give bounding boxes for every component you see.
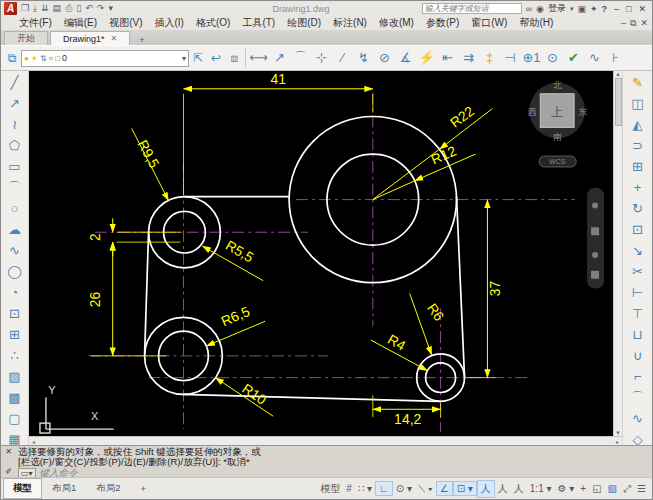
annotation-scale-icon[interactable]: 人 [511,481,527,497]
drawing-canvas[interactable]: 41 R9,5 R22 R12 R5,5 2 26 R6,5 37 R6 R4 … [29,71,613,436]
qat-menu-icon[interactable]: ▾ [107,3,114,14]
dim-angular-icon[interactable]: ∡ [395,47,416,69]
app-logo[interactable]: A [4,2,17,15]
create-block-icon[interactable]: ⊞ [3,324,27,345]
dim-radius-icon[interactable]: ∕ [332,47,353,69]
tab-layout1[interactable]: 布局1 [42,478,86,499]
save-icon[interactable]: ⤓ [32,3,38,14]
menu-item[interactable]: 视图(V) [103,16,148,30]
new-sheet-icon[interactable]: ▤ [52,3,63,14]
point-tool-icon[interactable]: ∴ [3,345,27,366]
menu-item[interactable]: 格式(O) [190,16,236,30]
layer-thaw-icon[interactable]: ☀ [31,54,38,63]
ellipse-arc-tool-icon[interactable]: ◔ [3,282,27,303]
app-store-icon[interactable]: ▣ [577,4,586,14]
scale-tool-icon[interactable]: ⊡ [626,219,650,240]
maximize-button[interactable]: □ [623,4,634,14]
fillet-tool-icon[interactable]: ⌒ [626,387,650,408]
menu-item[interactable]: 修改(M) [373,16,420,30]
line-tool-icon[interactable]: ╱ [3,72,27,93]
dim-jogged-icon[interactable]: ↯ [353,47,374,69]
break-point-tool-icon[interactable]: ⊤ [626,303,650,324]
minimize-button[interactable]: – [611,4,622,14]
hardware-accel-icon[interactable]: ▧ [605,482,620,495]
polyline-tool-icon[interactable]: ↗ [3,93,27,114]
dimension-lines[interactable] [113,89,493,416]
dim-space-icon[interactable]: ‡ [479,47,500,69]
osnap-icon[interactable]: ⊡ ▾ [453,481,477,496]
rectangle-tool-icon[interactable]: ▭ [3,156,27,177]
dim-baseline-icon[interactable]: ⇤ [437,47,458,69]
scale-value[interactable]: 1:1 ▾ [527,482,555,495]
plate-outline[interactable] [145,117,465,402]
dim-tolerance-icon[interactable]: ⊕1 [521,47,542,69]
tab-model[interactable]: 模型 [3,478,42,499]
workspace-gear-icon[interactable]: ⚙ ▾ [555,482,578,495]
offset-tool-icon[interactable]: ⊃ [626,135,650,156]
page-setup-icon[interactable]: ▯ [75,3,82,14]
open-file-icon[interactable]: ❒ [20,3,30,14]
menu-item[interactable]: 绘图(D) [281,16,327,30]
dim-quick-icon[interactable]: ⚡ [416,47,437,69]
plot-icon[interactable]: ⎙ [64,3,73,14]
user-icon[interactable]: ◉ [536,4,544,14]
layer-viewport-icon[interactable]: ⇅ [40,54,47,63]
dim-edit-icon[interactable]: ✔ [563,47,584,69]
scroll-left-icon[interactable]: ◂ [32,438,35,445]
redo-icon[interactable]: ↷ [96,3,106,14]
tab-start[interactable]: 开始 [4,31,48,45]
copy-tool-icon[interactable]: ◫ [626,93,650,114]
extend-tool-icon[interactable]: ⊢ [626,282,650,303]
search-input[interactable] [422,3,522,14]
chamfer-tool-icon[interactable]: ⌐ [626,366,650,387]
trim-tool-icon[interactable]: ✂ [626,261,650,282]
status-model-label[interactable]: 模型 [317,481,343,497]
layer-properties-icon[interactable]: ⧉ [3,47,21,69]
save-as-icon[interactable]: ⇊ [40,3,50,14]
close-button[interactable]: ✕ [635,4,649,14]
help-icon[interactable]: ? [602,4,608,14]
erase-tool-icon[interactable]: ✎ [626,72,650,93]
mirror-tool-icon[interactable]: ◭ [626,114,650,135]
undo-icon[interactable]: ↶ [84,3,94,14]
doc-restore-button[interactable]: ⧉ [630,18,636,29]
layer-lock-icon[interactable]: ¤ [49,54,53,63]
layer-combobox[interactable]: ●☀⇅¤□ 0 ▾ [21,50,189,67]
annotation-autoscale-icon[interactable]: 人 [495,481,511,497]
region-tool-icon[interactable]: ▢ [3,408,27,429]
command-close-icon[interactable]: ✕ [5,447,12,456]
grid-icon[interactable]: # [343,482,355,495]
circle-tool-icon[interactable]: ○ [3,198,27,219]
centerlines[interactable] [89,93,575,432]
layer-states-icon[interactable]: ⧈ [225,47,243,69]
dim-continue-icon[interactable]: ⇉ [458,47,479,69]
menu-item[interactable]: 工具(T) [236,16,281,30]
signin-label[interactable]: 登录 [548,2,566,15]
spline-tool-icon[interactable]: ∿ [3,240,27,261]
dim-aligned-icon[interactable]: ↗ [269,47,290,69]
isodraft-icon[interactable]: ⟍ ▾ [415,482,436,496]
annotation-visibility-icon[interactable]: 人 [477,480,495,498]
clean-screen-icon[interactable]: ⤢ [620,482,634,496]
annotation-monitor-icon[interactable]: + [577,482,589,495]
dim-center-mark-icon[interactable]: ⊙ [542,47,563,69]
hatch-tool-icon[interactable]: ▨ [3,366,27,387]
rotate-tool-icon[interactable]: ↻ [626,198,650,219]
revcloud-tool-icon[interactable]: ☁ [3,219,27,240]
layer-caret-icon[interactable]: ▾ [182,54,186,63]
menu-item[interactable]: 标注(N) [327,16,373,30]
scroll-right-icon[interactable]: ▸ [616,438,619,445]
stretch-tool-icon[interactable]: ↘ [626,240,650,261]
otrack-icon[interactable]: ∠ [436,481,453,496]
insert-block-icon[interactable]: ⊡ [3,303,27,324]
navigation-bar[interactable] [587,188,604,289]
layer-previous-icon[interactable]: ↩ [207,47,225,69]
menu-item[interactable]: 插入(I) [148,16,189,30]
menu-item[interactable]: 帮助(H) [513,16,559,30]
view-cube[interactable]: 上 北 南 西 东 WCS [528,80,588,167]
menu-item[interactable]: 文件(F) [13,16,58,30]
search-icon[interactable]: ∞ [526,4,532,14]
customization-menu-icon[interactable]: ☰ [634,482,649,495]
isolate-objects-icon[interactable]: ◱ [589,482,604,495]
new-tab-button[interactable]: + [135,35,148,45]
